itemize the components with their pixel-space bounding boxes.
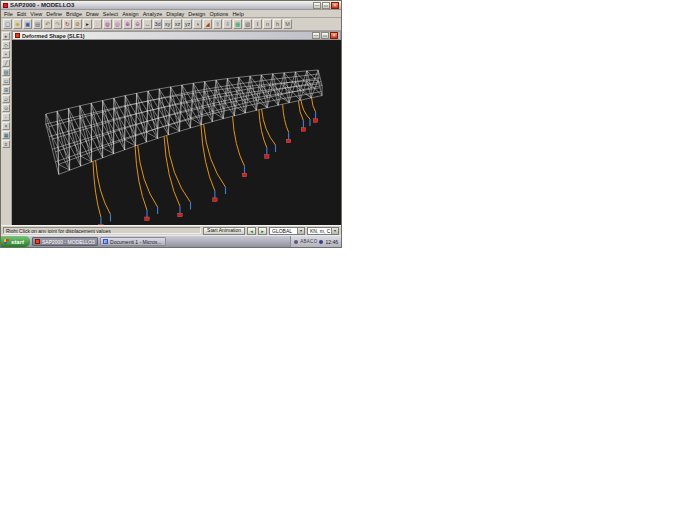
child-window-title: Deformed Shape (SLE1): [22, 33, 310, 39]
quick-draw-area-icon[interactable]: ⊞: [2, 86, 10, 94]
joint-props-icon[interactable]: n: [263, 19, 272, 29]
prev-frame-button[interactable]: ◄: [247, 227, 256, 235]
snap-lines-icon[interactable]: ≡: [2, 140, 10, 148]
taskbar: start SAP2000 - MODELLO3WDocumenti 1 - M…: [1, 235, 341, 247]
taskbar-clock: 12:46: [325, 239, 338, 245]
close-button[interactable]: ×: [330, 32, 338, 39]
snap-intersections-icon[interactable]: ×: [2, 122, 10, 130]
lock-model-icon[interactable]: ⊘: [73, 19, 82, 29]
menu-bridge[interactable]: Bridge: [66, 11, 82, 17]
viewport-3d-deformed-model[interactable]: [12, 40, 341, 225]
window-title: SAP2000 - MODELLO3: [10, 2, 311, 8]
clear-selection-icon[interactable]: ▨: [243, 19, 252, 29]
start-animation-button[interactable]: Start Animation: [203, 227, 245, 235]
sap2000-window-deformed-sle1: SAP2000 - MODELLO3 —▭× FileEditViewDefin…: [0, 0, 342, 248]
deck-wireframe: [46, 70, 322, 174]
open-file-icon[interactable]: ◈: [13, 19, 22, 29]
shrink-objects-icon[interactable]: ◢: [203, 19, 212, 29]
view-3d-icon[interactable]: 3d: [153, 19, 162, 29]
dropdown-arrow-icon[interactable]: ▼: [297, 228, 304, 234]
minimize-button[interactable]: —: [313, 2, 321, 9]
windows-logo-icon: [4, 239, 9, 244]
word-taskbar-icon: W: [103, 239, 108, 244]
quick-draw-frame-icon[interactable]: ▨: [2, 68, 10, 76]
snap-joints-icon[interactable]: ⊙: [2, 104, 10, 112]
system-tray: ABACO 12:46: [290, 236, 341, 247]
menu-select[interactable]: Select: [103, 11, 118, 17]
dropdown-arrow-icon[interactable]: ▼: [331, 228, 338, 234]
set-display-options-icon[interactable]: I: [253, 19, 262, 29]
view-xy-icon[interactable]: xy: [163, 19, 172, 29]
snap-midpoints-icon[interactable]: ◦: [2, 113, 10, 121]
menu-define[interactable]: Define: [46, 11, 62, 17]
titlebar[interactable]: SAP2000 - MODELLO3 —▭×: [1, 1, 341, 10]
view-xz-icon[interactable]: xz: [173, 19, 182, 29]
menu-options[interactable]: Options: [209, 11, 228, 17]
zoom-previous-icon[interactable]: ◎: [113, 19, 122, 29]
menu-view[interactable]: View: [30, 11, 42, 17]
redo-icon[interactable]: ↷: [53, 19, 62, 29]
taskbar-item-label: SAP2000 - MODELLO3: [42, 239, 95, 245]
save-icon[interactable]: ▣: [23, 19, 32, 29]
taskbar-item-label: Documenti 1 - Micros...: [110, 239, 161, 245]
menu-file[interactable]: File: [4, 11, 13, 17]
menu-assign[interactable]: Assign: [122, 11, 139, 17]
next-frame-button[interactable]: ►: [258, 227, 267, 235]
undo-icon[interactable]: ↶: [43, 19, 52, 29]
restore-button[interactable]: ▭: [321, 32, 329, 39]
minimize-button[interactable]: —: [312, 32, 320, 39]
view-yz-icon[interactable]: yz: [183, 19, 192, 29]
volume-tray-icon[interactable]: [319, 240, 323, 244]
start-label: start: [11, 239, 24, 245]
screenshot-montage: SAP2000 - MODELLO06 - [Deformed Shape (S…: [0, 0, 684, 513]
select-all-icon[interactable]: ▦: [233, 19, 242, 29]
menu-design[interactable]: Design: [188, 11, 205, 17]
refresh-window-icon[interactable]: ↻: [63, 19, 72, 29]
zoom-out-icon[interactable]: ⊖: [133, 19, 142, 29]
restore-button[interactable]: ▭: [322, 2, 330, 9]
reshape-element-icon[interactable]: ◇: [2, 41, 10, 49]
draw-poly-area-icon[interactable]: ▱: [2, 95, 10, 103]
units-dropdown[interactable]: KN, m, C ▼: [307, 227, 339, 235]
menu-bar: FileEditViewDefineBridgeDrawSelectAssign…: [1, 10, 341, 18]
coord-system-dropdown[interactable]: GLOBAL ▼: [269, 227, 305, 235]
select-pointer-icon[interactable]: ▸: [2, 32, 10, 40]
perspective-toggle-icon[interactable]: ◑: [193, 19, 202, 29]
window-controls: —▭×: [313, 2, 339, 9]
zoom-rubberband-icon[interactable]: ◌: [93, 19, 102, 29]
start-button[interactable]: start: [1, 236, 30, 247]
menu-edit[interactable]: Edit: [17, 11, 26, 17]
draw-frame-icon[interactable]: ╱: [2, 59, 10, 67]
main-toolbar: ▢◈▣▤↶↷↻⊘▸◌◍◎⊕⊖↔3dxyxzyz◑◢⇧⇩▦▨InhM: [1, 18, 341, 31]
zoom-in-icon[interactable]: ⊕: [123, 19, 132, 29]
sap-taskbar-icon: [35, 239, 40, 244]
menu-analyze[interactable]: Analyze: [143, 11, 163, 17]
run-analysis-icon[interactable]: ▸: [83, 19, 92, 29]
move-down-in-list-icon[interactable]: ⇩: [223, 19, 232, 29]
taskbar-items: SAP2000 - MODELLO3WDocumenti 1 - Micros.…: [32, 237, 288, 246]
close-button[interactable]: ×: [331, 2, 339, 9]
status-message: Right Click on any joint for displacemen…: [3, 227, 201, 234]
child-window-titlebar[interactable]: Deformed Shape (SLE1) —▭×: [12, 31, 341, 40]
snap-grid-icon[interactable]: ▦: [2, 131, 10, 139]
pan-icon[interactable]: ↔: [143, 19, 152, 29]
menu-help[interactable]: Help: [232, 11, 243, 17]
side-toolbar: ▸◇•╱▨▭⊞▱⊙◦×▦≡: [1, 31, 12, 225]
shell-props-icon[interactable]: M: [283, 19, 292, 29]
menu-display[interactable]: Display: [166, 11, 184, 17]
taskbar-item[interactable]: SAP2000 - MODELLO3: [32, 237, 98, 246]
tray-label: ABACO: [300, 239, 317, 244]
draw-joint-icon[interactable]: •: [2, 50, 10, 58]
draw-area-icon[interactable]: ▭: [2, 77, 10, 85]
taskbar-item[interactable]: WDocumenti 1 - Micros...: [100, 237, 166, 246]
frame-props-icon[interactable]: h: [273, 19, 282, 29]
sap2000-app-icon: [3, 3, 8, 8]
print-icon[interactable]: ▤: [33, 19, 42, 29]
language-tray-icon[interactable]: [294, 240, 298, 244]
new-model-icon[interactable]: ▢: [3, 19, 12, 29]
move-up-in-list-icon[interactable]: ⇧: [213, 19, 222, 29]
menu-items: FileEditViewDefineBridgeDrawSelectAssign…: [4, 11, 338, 17]
zoom-full-icon[interactable]: ◍: [103, 19, 112, 29]
child-window-controls: —▭×: [312, 32, 338, 39]
menu-draw[interactable]: Draw: [86, 11, 99, 17]
